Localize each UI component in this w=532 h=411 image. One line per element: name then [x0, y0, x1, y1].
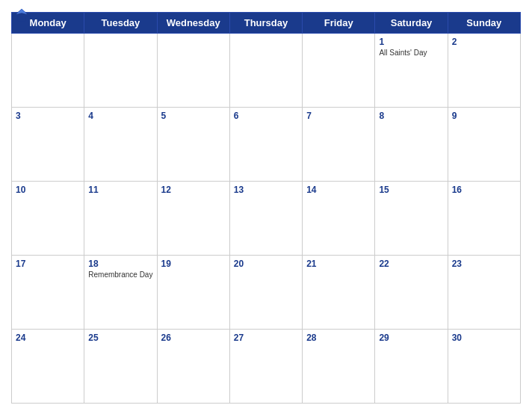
calendar-cell: 1All Saints' Day — [375, 34, 448, 108]
calendar-cell: 2 — [448, 34, 520, 108]
weekday-header-row: MondayTuesdayWednesdayThursdayFridaySatu… — [12, 13, 521, 34]
day-number: 28 — [306, 333, 371, 343]
calendar-cell: 21 — [303, 256, 375, 330]
day-number: 30 — [452, 333, 516, 343]
day-number: 21 — [306, 259, 371, 269]
logo-bird-icon — [11, 7, 32, 22]
calendar-cell: 28 — [303, 330, 375, 404]
weekday-header-sunday: Sunday — [448, 13, 520, 34]
calendar-cell: 3 — [12, 108, 84, 182]
day-number: 2 — [452, 37, 516, 47]
logo — [11, 7, 35, 22]
weekday-header-saturday: Saturday — [375, 13, 448, 34]
calendar-cell — [157, 34, 229, 108]
calendar-cell: 29 — [375, 330, 448, 404]
calendar-cell — [229, 34, 302, 108]
calendar-cell: 11 — [84, 182, 157, 256]
calendar-cell: 15 — [375, 182, 448, 256]
day-number: 9 — [452, 111, 516, 121]
day-number: 3 — [16, 111, 80, 121]
calendar-cell: 12 — [157, 182, 229, 256]
day-number: 8 — [379, 111, 443, 121]
day-number: 19 — [161, 259, 226, 269]
calendar-cell: 30 — [448, 330, 520, 404]
day-number: 1 — [379, 37, 443, 47]
day-number: 6 — [234, 111, 298, 121]
day-number: 7 — [306, 111, 371, 121]
calendar-cell: 23 — [448, 256, 520, 330]
calendar-cell: 13 — [229, 182, 302, 256]
calendar-cell — [303, 34, 375, 108]
day-number: 11 — [88, 185, 152, 195]
calendar-cell — [84, 34, 157, 108]
day-number: 26 — [161, 333, 226, 343]
holiday-label: All Saints' Day — [379, 49, 443, 58]
calendar-table: MondayTuesdayWednesdayThursdayFridaySatu… — [11, 12, 521, 404]
day-number: 17 — [16, 259, 80, 269]
calendar-cell: 16 — [448, 182, 520, 256]
calendar-week-row: 3456789 — [12, 108, 521, 182]
day-number: 25 — [88, 333, 152, 343]
calendar-week-row: 24252627282930 — [12, 330, 521, 404]
calendar-cell: 17 — [12, 256, 84, 330]
calendar-week-row: 1All Saints' Day2 — [12, 34, 521, 108]
day-number: 5 — [161, 111, 226, 121]
calendar-cell: 20 — [229, 256, 302, 330]
day-number: 23 — [452, 259, 516, 269]
calendar-cell: 18Remembrance Day — [84, 256, 157, 330]
day-number: 29 — [379, 333, 443, 343]
day-number: 18 — [88, 259, 152, 269]
weekday-header-tuesday: Tuesday — [84, 13, 157, 34]
calendar-cell: 25 — [84, 330, 157, 404]
day-number: 27 — [234, 333, 298, 343]
weekday-header-thursday: Thursday — [229, 13, 302, 34]
calendar-cell: 26 — [157, 330, 229, 404]
calendar-cell: 7 — [303, 108, 375, 182]
calendar-cell: 24 — [12, 330, 84, 404]
weekday-header-friday: Friday — [303, 13, 375, 34]
day-number: 16 — [452, 185, 516, 195]
calendar-cell: 22 — [375, 256, 448, 330]
calendar-cell: 14 — [303, 182, 375, 256]
day-number: 14 — [306, 185, 371, 195]
day-number: 13 — [234, 185, 298, 195]
day-number: 4 — [88, 111, 152, 121]
calendar-cell: 10 — [12, 182, 84, 256]
calendar-cell: 9 — [448, 108, 520, 182]
calendar-cell: 8 — [375, 108, 448, 182]
day-number: 20 — [234, 259, 298, 269]
calendar-cell: 27 — [229, 330, 302, 404]
day-number: 15 — [379, 185, 443, 195]
day-number: 10 — [16, 185, 80, 195]
calendar-week-row: 10111213141516 — [12, 182, 521, 256]
day-number: 22 — [379, 259, 443, 269]
calendar-body: 1All Saints' Day234567891011121314151617… — [12, 34, 521, 404]
calendar-cell: 19 — [157, 256, 229, 330]
calendar-cell: 5 — [157, 108, 229, 182]
day-number: 12 — [161, 185, 226, 195]
calendar-cell: 6 — [229, 108, 302, 182]
day-number: 24 — [16, 333, 80, 343]
holiday-label: Remembrance Day — [88, 271, 152, 279]
weekday-header-wednesday: Wednesday — [157, 13, 229, 34]
calendar-cell — [12, 34, 84, 108]
calendar-week-row: 1718Remembrance Day1920212223 — [12, 256, 521, 330]
calendar-cell: 4 — [84, 108, 157, 182]
